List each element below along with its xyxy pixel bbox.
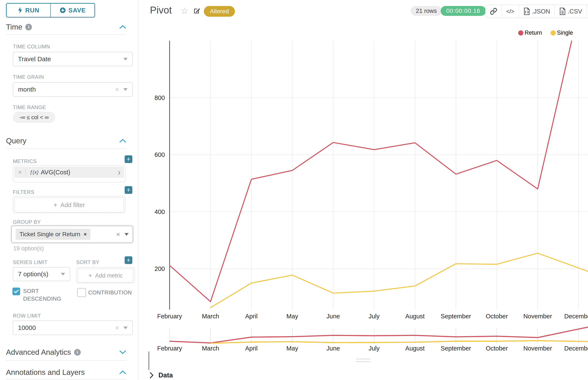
minimap-x-label: November [523, 345, 552, 352]
view-query-button[interactable]: </> [502, 5, 519, 18]
metrics-label: METRICS [13, 158, 37, 164]
run-save-button-group: RUN SAVE [6, 3, 95, 18]
check-icon [14, 289, 19, 294]
chevron-down-icon[interactable] [124, 233, 129, 236]
plus-icon: + [88, 272, 92, 279]
resize-handle[interactable] [356, 359, 370, 364]
line-chart[interactable]: 200400600800FebruaryFebruaryMarchMarchAp… [138, 30, 588, 355]
minimap-x-label: June [326, 345, 340, 352]
main-series [170, 30, 588, 308]
series-limit-label: SERIES LIMIT [13, 259, 47, 265]
x-tick-label: August [405, 313, 425, 320]
time-grain-select[interactable]: month × [13, 82, 133, 97]
chevron-down-icon[interactable] [119, 350, 126, 355]
time-column-label: TIME COLUMN [13, 44, 50, 50]
group-by-token[interactable]: Ticket Single or Return × [16, 229, 91, 240]
time-range-pill[interactable]: -∞ ≤ col < ∞ [13, 112, 55, 123]
x-tick-label: December [564, 313, 588, 320]
fx-icon: ƒ(x) [26, 169, 41, 175]
minimap-x-label: October [486, 345, 508, 352]
export-json-button[interactable]: .JSON [519, 5, 555, 18]
metric-chip-label: AVG(Cost) [41, 169, 114, 176]
filters-container: + Add filter [13, 196, 125, 213]
series-limit-value: 7 option(s) [18, 270, 61, 278]
chevron-down-icon[interactable] [61, 273, 65, 276]
clear-icon[interactable]: × [115, 86, 119, 94]
query-timer-badge: 00:00:00.16 [441, 6, 486, 16]
sort-by-container: + Add metric [76, 267, 135, 283]
add-filter-placeholder: Add filter [61, 202, 85, 209]
group-by-options-hint: 19 option(s) [13, 245, 44, 252]
divider [6, 379, 126, 380]
row-limit-select[interactable]: 10000 × [13, 321, 133, 335]
metric-chip[interactable]: × ƒ(x) AVG(Cost) › [14, 167, 124, 178]
time-section-title: Time [6, 23, 22, 31]
contribution-checkbox[interactable] [77, 288, 86, 297]
add-metric-button[interactable]: + [125, 155, 132, 163]
chart-title: Pivot [150, 4, 172, 16]
clear-icon[interactable]: × [116, 230, 120, 238]
metrics-container: × ƒ(x) AVG(Cost) › [13, 165, 125, 182]
series-limit-select[interactable]: 7 option(s) [13, 267, 70, 281]
minimap-x-label: July [368, 345, 380, 352]
plus-icon: + [126, 257, 130, 264]
panel-scrollbar[interactable] [148, 351, 149, 370]
info-icon: i [25, 24, 32, 30]
chevron-up-icon[interactable] [119, 138, 126, 143]
remove-metric-icon[interactable]: × [14, 169, 25, 176]
run-button-label: RUN [25, 7, 40, 14]
filters-label: FILTERS [13, 189, 34, 195]
minimap-x-label: April [245, 345, 258, 352]
group-by-label: GROUP BY [13, 219, 41, 225]
x-tick-label: October [486, 313, 508, 320]
favorite-star-icon[interactable]: ☆ [181, 6, 189, 16]
control-panel: RUN SAVE Time i TIME COLUMN Travel Date … [0, 0, 138, 380]
copy-link-button[interactable] [486, 5, 502, 18]
minimap-x-label: December [564, 345, 588, 352]
export-toolbar: </> .JSON .CSV [485, 5, 588, 18]
time-column-select[interactable]: Travel Date [13, 52, 133, 66]
y-tick-label: 600 [155, 151, 165, 158]
add-filter-button[interactable]: + [125, 186, 132, 194]
remove-token-icon[interactable]: × [84, 231, 87, 237]
add-sort-metric-button[interactable]: + [125, 256, 132, 264]
chevron-down-icon[interactable] [123, 88, 128, 91]
minimap-x-label: September [441, 345, 471, 352]
code-icon: </> [506, 8, 514, 15]
clear-icon[interactable]: × [115, 324, 119, 332]
data-panel-header[interactable]: Data [149, 371, 173, 379]
lightning-icon [18, 7, 23, 14]
add-filter-dropzone[interactable]: + Add filter [14, 197, 124, 212]
row-limit-label: ROW LIMIT [13, 313, 41, 319]
time-section-header[interactable]: Time i [6, 22, 126, 32]
query-section-header[interactable]: Query [6, 136, 126, 146]
x-tick-label: June [326, 313, 340, 320]
csv-file-icon [559, 7, 566, 15]
chevron-right-icon [149, 372, 154, 379]
run-button[interactable]: RUN [7, 4, 51, 17]
edit-title-icon[interactable] [193, 7, 201, 15]
altered-badge[interactable]: Altered [204, 6, 235, 17]
chevron-down-icon[interactable] [123, 58, 128, 60]
minimap-x-label: August [405, 345, 425, 352]
save-button[interactable]: SAVE [51, 4, 94, 17]
annotations-header[interactable]: Annotations and Layers [6, 368, 126, 377]
export-csv-button[interactable]: .CSV [555, 5, 587, 18]
export-csv-label: .CSV [568, 8, 582, 15]
save-button-label: SAVE [68, 7, 86, 14]
plus-icon: + [53, 201, 57, 209]
sort-descending-checkbox[interactable] [12, 287, 20, 295]
chevron-down-icon[interactable] [123, 326, 128, 329]
divider [6, 149, 126, 149]
group-by-select[interactable]: Ticket Single or Return × × [11, 226, 133, 243]
minimap-line-single [210, 341, 588, 343]
more-menu-button[interactable] [587, 5, 588, 18]
x-tick-label: November [523, 313, 552, 320]
add-sort-metric-dropzone[interactable]: + Add metric [78, 268, 133, 283]
x-tick-label: March [202, 313, 219, 320]
divider [6, 34, 126, 35]
advanced-analytics-header[interactable]: Advanced Analytics i [6, 347, 126, 357]
chevron-up-icon[interactable] [119, 370, 126, 375]
add-metric-placeholder: Add metric [95, 272, 123, 279]
chevron-up-icon[interactable] [119, 25, 126, 29]
